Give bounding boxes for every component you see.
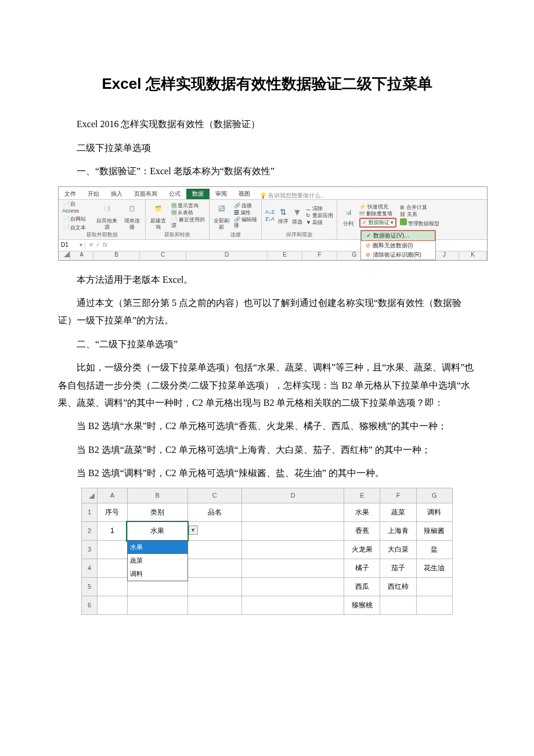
- flash-fill[interactable]: ⚡ 快速填充: [359, 204, 396, 210]
- cell[interactable]: 花生油: [416, 559, 452, 578]
- cell[interactable]: [416, 578, 452, 596]
- cell[interactable]: [187, 541, 241, 559]
- tab-layout[interactable]: 页面布局: [128, 189, 163, 199]
- cell[interactable]: [241, 596, 344, 615]
- cell[interactable]: 上海青: [380, 522, 416, 541]
- existing-conn[interactable]: 📋 现有连接: [122, 201, 142, 231]
- clear-filter[interactable]: ⚊ 清除: [306, 206, 333, 212]
- sort-btn[interactable]: ⇅ 排序: [278, 207, 288, 225]
- cell[interactable]: [97, 596, 127, 615]
- row-2[interactable]: 2: [82, 522, 98, 541]
- remove-dup[interactable]: ▤ 删除重复项: [359, 211, 396, 217]
- col-E[interactable]: E: [268, 251, 302, 260]
- cell[interactable]: 西红柿: [380, 578, 416, 596]
- tab-home[interactable]: 开始: [82, 189, 105, 199]
- row-4[interactable]: 4: [82, 559, 98, 578]
- tab-formula[interactable]: 公式: [163, 189, 186, 199]
- cell[interactable]: [97, 559, 127, 578]
- sort-za-icon[interactable]: Z↓A: [265, 216, 275, 222]
- row-6[interactable]: 6: [82, 596, 98, 615]
- cell[interactable]: [127, 596, 187, 615]
- cell[interactable]: [416, 596, 452, 615]
- recent-src[interactable]: 📄 最近使用的源: [171, 217, 205, 229]
- cell[interactable]: 大白菜: [380, 541, 416, 559]
- cell[interactable]: [241, 578, 344, 596]
- dd-option[interactable]: 调料: [128, 567, 187, 581]
- cell[interactable]: 火龙果: [344, 541, 380, 559]
- dd-circle-invalid[interactable]: ⊘ 圈释无效数据(I): [361, 241, 435, 250]
- cell[interactable]: [241, 541, 344, 559]
- show-query[interactable]: ▦ 显示查询: [171, 203, 205, 209]
- col-D[interactable]: D: [186, 251, 268, 260]
- cell[interactable]: [97, 578, 127, 596]
- cell[interactable]: 西瓜: [344, 578, 380, 596]
- dd-option[interactable]: 蔬菜: [128, 554, 187, 567]
- col-A[interactable]: A: [70, 251, 93, 260]
- cell[interactable]: [241, 559, 344, 578]
- tab-file[interactable]: 文件: [59, 189, 82, 199]
- cell[interactable]: 水果: [344, 503, 380, 522]
- dropdown-arrow-icon[interactable]: ▼: [189, 525, 198, 535]
- dd-clear-circles[interactable]: ⊗ 清除验证标识圈(R): [361, 250, 435, 260]
- col-F[interactable]: F: [380, 488, 416, 503]
- cell[interactable]: 香蕉: [344, 522, 380, 541]
- col-C[interactable]: C: [187, 488, 241, 503]
- row-1[interactable]: 1: [82, 503, 98, 522]
- name-box[interactable]: D1 ▾: [59, 242, 85, 249]
- connections[interactable]: 🔗 连接: [234, 203, 258, 209]
- col-C[interactable]: C: [140, 251, 186, 260]
- text-to-cols[interactable]: 📊 分列: [341, 204, 356, 227]
- cell[interactable]: 序号: [97, 503, 127, 522]
- cell[interactable]: [241, 503, 344, 522]
- corner-cell[interactable]: [82, 488, 98, 503]
- col-E[interactable]: E: [344, 488, 380, 503]
- cell[interactable]: [187, 596, 241, 615]
- cell[interactable]: [187, 559, 241, 578]
- relationships[interactable]: ⛓ 关系: [400, 211, 439, 218]
- from-table[interactable]: ▦ 从表格: [171, 210, 205, 216]
- col-B[interactable]: B: [127, 488, 187, 503]
- data-model[interactable]: 管理数据模型: [400, 218, 439, 227]
- consolidate[interactable]: ⊞ 合并计算: [400, 204, 439, 211]
- row-5[interactable]: 5: [82, 578, 98, 596]
- new-query[interactable]: 🗂️ 新建查询: [149, 201, 168, 231]
- cell[interactable]: 类别: [127, 503, 187, 522]
- col-A[interactable]: A: [97, 488, 127, 503]
- fx-icon[interactable]: fx: [103, 242, 107, 249]
- cell[interactable]: 品名: [187, 503, 241, 522]
- reapply[interactable]: ↻ 重新应用: [306, 213, 333, 219]
- sort-az-icon[interactable]: A↓Z: [265, 209, 275, 215]
- col-D[interactable]: D: [241, 488, 344, 503]
- cell[interactable]: [97, 541, 127, 559]
- data-validation[interactable]: ✓ 数据验证 ▾: [359, 218, 396, 228]
- tab-insert[interactable]: 插入: [105, 189, 128, 199]
- tell-me[interactable]: 💡 告诉我您想要做什么...: [256, 192, 325, 199]
- advanced[interactable]: ▼ 高级: [306, 219, 333, 226]
- properties[interactable]: ☰ 属性: [234, 210, 258, 216]
- enter-icon[interactable]: ✓: [96, 242, 100, 249]
- cell[interactable]: 1: [97, 522, 127, 541]
- col-F[interactable]: F: [302, 251, 337, 260]
- cell[interactable]: [241, 522, 344, 541]
- cell[interactable]: 橘子: [344, 559, 380, 578]
- from-text[interactable]: 自文本: [70, 225, 86, 231]
- tab-data[interactable]: 数据: [186, 189, 210, 199]
- select-all-corner[interactable]: [64, 251, 70, 257]
- cell[interactable]: 蔬菜: [380, 503, 416, 522]
- refresh-all[interactable]: 🔄 全部刷新: [213, 201, 230, 231]
- edit-links[interactable]: 🔗 编辑链接: [234, 217, 258, 229]
- cancel-icon[interactable]: ✕: [89, 242, 93, 249]
- cell[interactable]: 茄子: [380, 559, 416, 578]
- dd-data-validation[interactable]: ✓ 数据验证(V)...: [361, 231, 435, 241]
- cell[interactable]: 盐: [416, 541, 452, 559]
- from-web[interactable]: 自网站: [70, 216, 86, 222]
- filter-btn[interactable]: ▼ 筛选: [292, 207, 302, 225]
- tab-view[interactable]: 视图: [233, 189, 256, 199]
- dd-option[interactable]: 水果: [128, 541, 187, 554]
- cell[interactable]: 辣椒酱: [416, 522, 452, 541]
- cell[interactable]: 调料: [416, 503, 452, 522]
- col-G[interactable]: G: [416, 488, 452, 503]
- from-other[interactable]: 📑 自其他来源: [95, 201, 119, 231]
- cell[interactable]: 猕猴桃: [344, 596, 380, 615]
- col-K[interactable]: K: [459, 251, 487, 260]
